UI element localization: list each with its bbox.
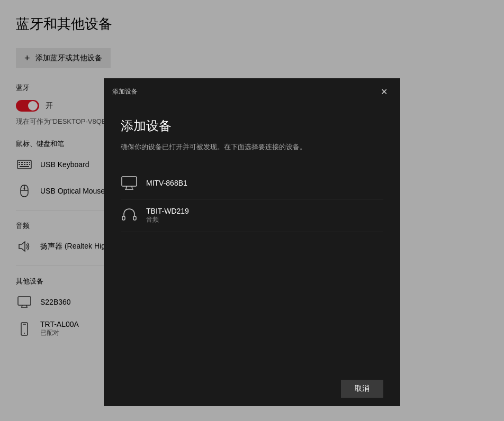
modal-titlebar: 添加设备 ✕ xyxy=(104,78,400,105)
svg-line-24 xyxy=(126,186,127,189)
modal-device-name-0: MITV-868B1 xyxy=(146,179,187,187)
modal-headset-icon xyxy=(121,207,138,224)
svg-line-25 xyxy=(132,186,132,189)
modal-overlay: 添加设备 ✕ 添加设备 确保你的设备已打开并可被发现。在下面选择要连接的设备。 xyxy=(0,0,504,421)
cancel-button[interactable]: 取消 xyxy=(341,380,383,398)
modal-device-name-1: TBIT-WD219 xyxy=(146,207,189,215)
modal-titlebar-text: 添加设备 xyxy=(112,87,138,96)
svg-rect-23 xyxy=(122,177,137,186)
modal-heading: 添加设备 xyxy=(121,117,383,134)
svg-rect-27 xyxy=(122,216,125,220)
add-device-modal: 添加设备 ✕ 添加设备 确保你的设备已打开并可被发现。在下面选择要连接的设备。 xyxy=(104,78,400,406)
modal-device-item-0[interactable]: MITV-868B1 xyxy=(121,167,383,199)
modal-device-info-0: MITV-868B1 xyxy=(146,179,187,187)
modal-close-button[interactable]: ✕ xyxy=(376,84,392,99)
modal-device-item-1[interactable]: TBIT-WD219 音频 xyxy=(121,199,383,232)
modal-desc: 确保你的设备已打开并可被发现。在下面选择要连接的设备。 xyxy=(121,142,383,152)
modal-device-info-1: TBIT-WD219 音频 xyxy=(146,207,189,224)
modal-body: 添加设备 确保你的设备已打开并可被发现。在下面选择要连接的设备。 MITV-86… xyxy=(104,105,400,371)
svg-rect-28 xyxy=(133,216,136,220)
modal-monitor-icon xyxy=(121,175,138,191)
modal-device-sub-1: 音频 xyxy=(146,215,189,224)
modal-footer: 取消 xyxy=(104,371,400,406)
